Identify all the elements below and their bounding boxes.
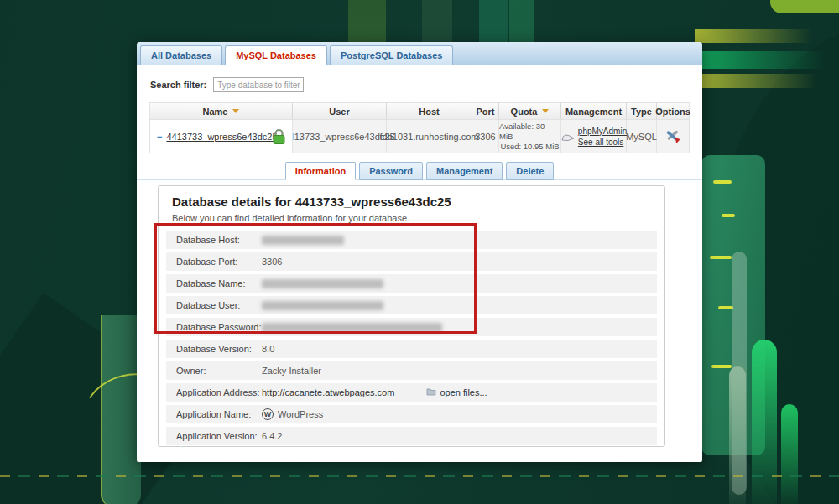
database-options-cell <box>657 120 689 153</box>
detail-row-database-version: Database Version: 8.0 <box>166 340 657 358</box>
circuit-dash <box>710 256 732 259</box>
phpmyadmin-link[interactable]: phpMyAdmin <box>578 126 627 137</box>
detail-label: Database Host: <box>166 235 262 245</box>
detail-row-database-user: Database User: <box>166 296 657 314</box>
column-header-user: User <box>293 103 387 119</box>
detail-row-application-name: Application Name: W WordPress <box>166 405 657 423</box>
database-user-cell: 4413733_wpress6e43dc25 <box>293 120 387 153</box>
database-details-card: Database details for 4413733_wpress6e43d… <box>158 185 665 447</box>
detail-row-database-password: Database Password: <box>166 318 657 336</box>
detail-label: Database Password: <box>166 322 262 332</box>
detail-label: Application Name: <box>166 409 262 419</box>
databases-table: Name User Host Port Quota Management Typ… <box>149 102 690 153</box>
tab-password[interactable]: Password <box>359 162 423 180</box>
column-header-name-label: Name <box>203 107 228 117</box>
tab-management[interactable]: Management <box>426 162 503 180</box>
column-header-port: Port <box>472 103 499 119</box>
database-management-cell: phpMyAdmin See all tools <box>561 120 627 153</box>
background-stripe-horizontal-1 <box>695 29 812 43</box>
circuit-dash <box>713 180 732 184</box>
detail-tab-bar: Information Password Management Delete <box>137 162 702 180</box>
quota-available-text: Available: 30 MiB <box>499 122 560 142</box>
management-links: phpMyAdmin See all tools <box>578 126 627 148</box>
column-header-name[interactable]: Name <box>150 103 293 119</box>
redacted-value <box>262 323 442 332</box>
column-header-options: Options <box>657 103 689 119</box>
circuit-dash <box>711 365 732 368</box>
circuit-dash <box>722 214 735 217</box>
lock-icon <box>272 128 286 147</box>
database-name-cell: − 4413733_wpress6e43dc25 <box>150 120 293 153</box>
tab-information[interactable]: Information <box>285 162 357 180</box>
redacted-value <box>262 236 344 245</box>
collapse-row-toggle[interactable]: − <box>157 132 162 142</box>
redacted-value <box>262 279 383 288</box>
details-subtitle: Below you can find detailed information … <box>172 213 664 223</box>
see-all-tools-link[interactable]: See all tools <box>578 137 627 148</box>
details-title: Database details for 4413733_wpress6e43d… <box>172 195 664 209</box>
background-green-pill-2 <box>729 366 746 504</box>
detail-row-database-name: Database Name: <box>166 274 657 293</box>
background-stripe-horizontal-3 <box>695 74 816 88</box>
detail-label: Application Version: <box>166 431 262 441</box>
tab-delete[interactable]: Delete <box>506 162 554 180</box>
detail-label: Database User: <box>166 300 262 310</box>
detail-row-database-host: Database Host: <box>166 231 657 249</box>
column-header-quota[interactable]: Quota <box>499 103 561 119</box>
detail-label: Database Port: <box>166 257 262 267</box>
tab-postgresql-databases[interactable]: PostgreSQL Databases <box>330 45 453 65</box>
search-filter-row: Search filter: <box>150 77 702 92</box>
column-header-type: Type <box>627 103 657 119</box>
column-header-management: Management <box>561 103 627 119</box>
background-green-pill-3 <box>781 404 798 504</box>
background-dashed-line <box>0 475 839 477</box>
sort-arrow-icon[interactable] <box>542 109 549 113</box>
background-green-pill-1 <box>752 340 777 504</box>
detail-value: 6.4.2 <box>262 431 657 441</box>
column-header-host: Host <box>387 103 472 119</box>
detail-value: 8.0 <box>262 344 657 354</box>
search-filter-label: Search filter: <box>150 80 206 90</box>
tab-all-databases[interactable]: All Databases <box>140 45 222 65</box>
detail-label: Application Address: <box>166 387 262 397</box>
background-stripe-horizontal-2 <box>695 51 825 69</box>
table-header-row: Name User Host Port Quota Management Typ… <box>150 103 689 119</box>
database-table-row: − 4413733_wpress6e43dc25 4413733_wpress6… <box>150 119 689 153</box>
database-host-cell: fdb1031.runhosting.com <box>387 120 472 153</box>
detail-row-application-address: Application Address: http://cacanete.atw… <box>166 383 657 402</box>
wordpress-icon: W <box>262 408 274 420</box>
detail-row-database-port: Database Port: 3306 <box>166 252 657 271</box>
detail-row-application-version: Application Version: 6.4.2 <box>166 427 657 445</box>
folder-icon <box>426 387 436 397</box>
detail-label: Database Name: <box>166 278 262 288</box>
database-type-cell: MySQL <box>627 120 657 153</box>
detail-value: WordPress <box>278 409 323 419</box>
detail-label: Database Version: <box>166 344 262 354</box>
search-filter-input[interactable] <box>213 77 304 92</box>
database-manager-panel: All Databases MySQL Databases PostgreSQL… <box>137 42 702 462</box>
background-corner-blob <box>770 0 839 13</box>
database-name-link[interactable]: 4413733_wpress6e43dc25 <box>166 132 277 142</box>
detail-value: Zacky Installer <box>262 366 657 376</box>
open-files-group: open files... <box>426 387 487 397</box>
tools-options-icon[interactable] <box>664 127 681 146</box>
detail-label: Owner: <box>166 366 262 376</box>
detail-value: 3306 <box>262 257 657 267</box>
detail-row-owner: Owner: Zacky Installer <box>166 361 657 380</box>
sort-arrow-icon[interactable] <box>232 109 239 113</box>
redacted-value <box>262 301 383 310</box>
open-files-link[interactable]: open files... <box>440 387 487 397</box>
quota-used-text: Used: 10.95 MiB <box>500 142 559 152</box>
application-address-link[interactable]: http://cacanete.atwebpages.com <box>262 387 394 397</box>
database-tab-bar: All Databases MySQL Databases PostgreSQL… <box>137 42 702 65</box>
column-header-quota-label: Quota <box>511 107 538 117</box>
desktop-background: All Databases MySQL Databases PostgreSQL… <box>0 0 839 504</box>
phpmyadmin-icon <box>560 129 576 144</box>
database-quota-cell: Available: 30 MiB Used: 10.95 MiB <box>499 120 561 153</box>
database-port-cell: 3306 <box>472 120 499 153</box>
tab-mysql-databases[interactable]: MySQL Databases <box>225 45 327 65</box>
